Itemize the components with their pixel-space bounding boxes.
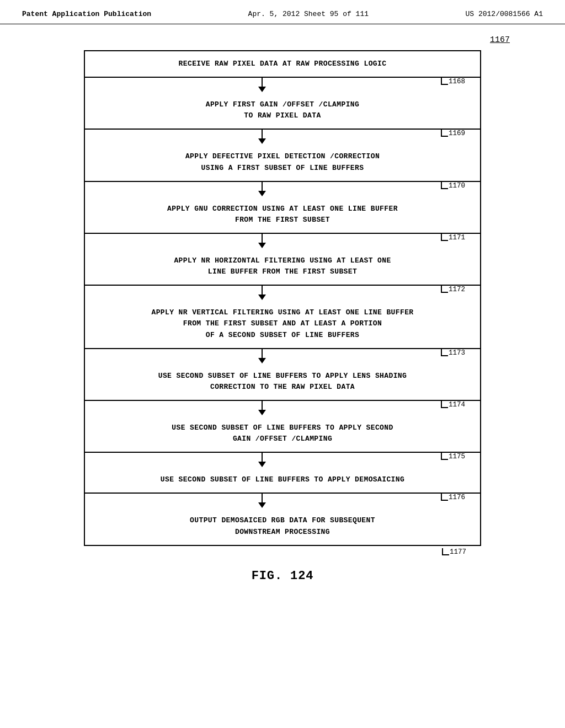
step-label-0: 1168 — [439, 78, 480, 87]
arrow-row-3: 1171 — [85, 234, 480, 248]
flow-box-4: APPLY NR HORIZONTAL FILTERING USING AT L… — [85, 248, 480, 286]
flow-box-0: RECEIVE RAW PIXEL DATA AT RAW PROCESSING… — [85, 51, 480, 78]
header-center: Apr. 5, 2012 Sheet 95 of 111 — [248, 10, 369, 18]
flow-box-1: APPLY FIRST GAIN /OFFSET /CLAMPING TO RA… — [85, 92, 480, 130]
flow-box-6: USE SECOND SUBSET OF LINE BUFFERS TO APP… — [85, 363, 480, 401]
step-label-2: 1170 — [439, 182, 480, 191]
step-label-4: 1172 — [439, 286, 480, 295]
final-label-row: 1177 — [84, 546, 481, 556]
flowchart: RECEIVE RAW PIXEL DATA AT RAW PROCESSING… — [84, 50, 481, 546]
flow-box-9: OUTPUT DEMOSAICED RGB DATA FOR SUBSEQUEN… — [85, 508, 480, 544]
flowchart-wrapper: RECEIVE RAW PIXEL DATA AT RAW PROCESSING… — [84, 50, 481, 556]
arrow-row-1: 1169 — [85, 130, 480, 144]
arrow-row-6: 1174 — [85, 401, 480, 415]
page-header: Patent Application Publication Apr. 5, 2… — [0, 0, 565, 24]
step-label-5: 1173 — [439, 349, 480, 358]
step-label-1: 1169 — [439, 130, 480, 138]
step-label-7: 1175 — [439, 453, 480, 462]
arrow-row-0: 1168 — [85, 78, 480, 92]
arrow-row-4: 1172 — [85, 286, 480, 300]
figure-caption: FIG. 124 — [252, 569, 314, 583]
header-right: US 2012/0081566 A1 — [466, 10, 543, 18]
flow-box-5: APPLY NR VERTICAL FILTERING USING AT LEA… — [85, 300, 480, 349]
arrow-row-7: 1175 — [85, 453, 480, 467]
arrow-row-5: 1173 — [85, 349, 480, 363]
step-label-3: 1171 — [439, 234, 480, 243]
flow-box-7: USE SECOND SUBSET OF LINE BUFFERS TO APP… — [85, 415, 480, 453]
final-label: 1177 — [440, 546, 481, 556]
figure-number-top: 1167 — [490, 35, 510, 45]
step-label-8: 1176 — [439, 494, 480, 502]
step-label-6: 1174 — [439, 401, 480, 410]
flow-box-3: APPLY GNU CORRECTION USING AT LEAST ONE … — [85, 196, 480, 234]
flow-box-8: USE SECOND SUBSET OF LINE BUFFERS TO APP… — [85, 467, 480, 494]
flow-box-2: APPLY DEFECTIVE PIXEL DETECTION /CORRECT… — [85, 144, 480, 181]
header-left: Patent Application Publication — [22, 10, 151, 18]
diagram-container: 1167 RECEIVE RAW PIXEL DATA AT RAW PROCE… — [0, 24, 565, 605]
arrow-row-2: 1170 — [85, 182, 480, 196]
arrow-row-8: 1176 — [85, 494, 480, 508]
